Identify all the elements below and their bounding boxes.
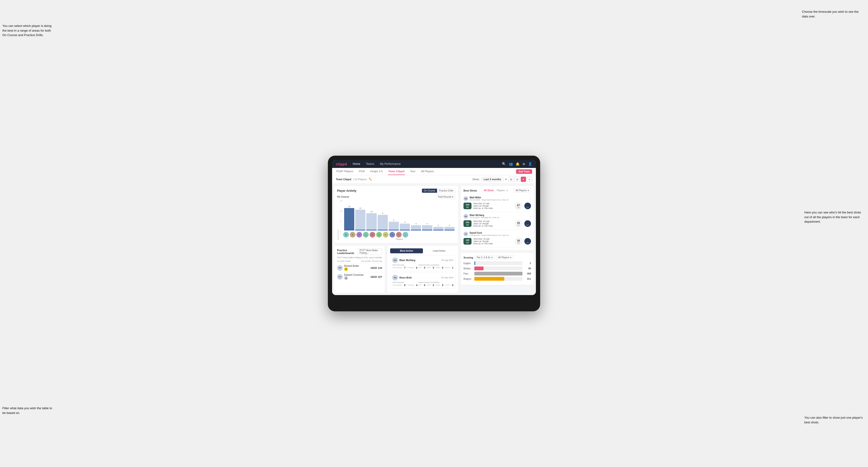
bar-value: 9 xyxy=(382,212,383,214)
shot-info: Shot Dist: 43 yds Start Lie: Rough End L… xyxy=(473,220,513,227)
player-avatar[interactable]: J xyxy=(363,232,369,238)
scoring-players-chevron-icon: ▾ xyxy=(510,256,512,259)
bar-group: 5 xyxy=(389,219,399,230)
practice-drills-toggle[interactable]: Practice Drills xyxy=(437,189,455,193)
bar[interactable] xyxy=(433,227,443,230)
tab-pga[interactable]: PGA xyxy=(359,168,365,175)
bar[interactable] xyxy=(355,210,365,230)
shot-zero-unit: yds xyxy=(526,224,529,226)
bar[interactable] xyxy=(400,224,410,230)
shot-player-name: Blair McHarg xyxy=(470,214,499,217)
arg-label: ARG xyxy=(436,284,440,286)
bar[interactable] xyxy=(444,227,455,230)
shot-chevron-icon[interactable]: › xyxy=(530,197,531,200)
shot-player-info: Matt Miller 09 Jun 2023 · Royal North De… xyxy=(470,196,508,201)
shot-detail-row: 200SG Shot Dist: 67 yds Start Lie: Rough… xyxy=(464,202,531,210)
all-players-chevron-icon: ▾ xyxy=(528,189,529,192)
practice-title: Practice Leaderboards xyxy=(337,249,357,254)
plus-icon[interactable]: ⊕ xyxy=(522,162,525,166)
bar-group: 3 xyxy=(422,223,432,230)
bar-group: 13 xyxy=(344,206,354,230)
add-team-button[interactable]: Add Team xyxy=(516,169,532,174)
scoring-par-label: Par 3, 4 & 5s xyxy=(477,256,490,259)
nav-my-performance[interactable]: My Performance xyxy=(379,162,402,166)
show-value[interactable]: Last 3 months xyxy=(482,177,503,181)
bar[interactable] xyxy=(389,222,399,230)
player-avatar[interactable]: D xyxy=(356,232,362,238)
bar[interactable] xyxy=(344,208,354,230)
player-avatar[interactable]: O xyxy=(376,232,382,238)
shot-chevron-icon[interactable]: › xyxy=(530,232,531,236)
tab-hcaps[interactable]: Hcaps 1-5 xyxy=(370,168,383,175)
player-avatar[interactable]: E xyxy=(396,232,402,238)
scoring-par-dropdown[interactable]: Par 3, 4 & 5s ▾ xyxy=(474,255,495,259)
shot-cards: MM Matt Miller 09 Jun 2023 · Royal North… xyxy=(464,194,531,247)
bell-icon[interactable]: 🔔 xyxy=(516,162,520,166)
scoring-players-dropdown[interactable]: All Players ▾ xyxy=(496,255,514,259)
y-axis-label: Total Rounds xyxy=(337,200,339,240)
y-label-0: 0 xyxy=(340,231,342,233)
scoring-bar xyxy=(474,267,484,270)
shot-badge: 200SG xyxy=(464,220,471,227)
bar[interactable] xyxy=(378,215,388,230)
active-tournament-val: 7 xyxy=(404,267,405,269)
search-icon[interactable]: 🔍 xyxy=(502,162,506,166)
players-shots-tab[interactable]: Players xyxy=(496,189,505,192)
view-grid3-icon[interactable]: ⊟ xyxy=(515,177,520,182)
chart-filter-dropdown[interactable]: Total Rounds ▾ xyxy=(436,195,456,199)
arg-val: 0 xyxy=(442,267,443,269)
shot-detail-row: 200SG Shot Dist: 43 yds Start Lie: Rough… xyxy=(464,220,531,228)
annotation-bottom-left: Filter what data you wish the table to b… xyxy=(2,406,54,415)
practice-dropdown[interactable]: PUTT Must Make Putting... xyxy=(357,248,382,255)
bar-value: 10 xyxy=(370,211,372,213)
nav-home[interactable]: Home xyxy=(352,162,361,166)
scoring-bar xyxy=(474,277,504,281)
player-avatar[interactable]: B xyxy=(343,232,349,238)
bar-value: 4 xyxy=(404,221,405,223)
right-panel: Best Shots All Shots Players ▾ All Playe… xyxy=(460,184,536,295)
on-course-toggle[interactable]: On Course xyxy=(422,189,437,193)
shot-stat-num: 43 xyxy=(517,221,520,224)
least-active-tab[interactable]: Least Active xyxy=(423,248,456,253)
view-heart-icon[interactable]: ♥ xyxy=(521,177,526,182)
player-avatar[interactable]: R xyxy=(350,232,355,238)
view-list-icon[interactable]: ≡ xyxy=(527,177,532,182)
tab-pgat-players[interactable]: PGAT Players xyxy=(336,168,354,175)
bar[interactable] xyxy=(422,225,432,230)
bar-group: 2 xyxy=(444,224,455,230)
player-avatars-row: BRDJEORMEL xyxy=(343,232,456,238)
shot-zero-num: 0 xyxy=(527,239,528,242)
scoring-title: Scoring xyxy=(464,256,473,259)
active-player-header: BM Blair McHarg 26 Aug 2023 xyxy=(392,257,453,263)
nav-teams[interactable]: Teams xyxy=(365,162,375,166)
tab-all-players[interactable]: All Players xyxy=(421,168,434,175)
shot-card: BM Blair McHarg 23 Jul 2023 · Ashridge G… xyxy=(464,212,531,230)
player-avatar[interactable]: M xyxy=(390,232,395,238)
scoring-bar-container xyxy=(474,261,522,265)
tab-tour[interactable]: Tour xyxy=(410,168,416,175)
most-active-tab[interactable]: Most Active xyxy=(390,248,423,253)
user-icon[interactable]: 👤 xyxy=(528,162,532,166)
players-x-label: Players xyxy=(343,238,456,240)
player-avatar[interactable]: E xyxy=(370,232,375,238)
bar[interactable] xyxy=(411,225,421,230)
bar-value: 13 xyxy=(348,206,350,208)
bar[interactable] xyxy=(366,213,376,230)
tab-team-clippd[interactable]: Team Clippd xyxy=(388,168,405,175)
tablet-frame: clippd Home Teams My Performance 🔍 👥 🔔 ⊕… xyxy=(328,156,540,311)
gtt-val: 0 xyxy=(424,284,426,286)
all-shots-tab[interactable]: All Shots xyxy=(483,189,495,192)
users-icon[interactable]: 👥 xyxy=(509,162,513,166)
edit-icon[interactable]: ✏️ xyxy=(369,178,372,181)
player-avatar[interactable]: L xyxy=(403,232,408,238)
practice-player-info: RB Richard Butler 1 xyxy=(337,264,369,271)
all-players-dropdown[interactable]: All Players ▾ xyxy=(514,188,531,192)
player-avatar[interactable]: R xyxy=(383,232,389,238)
practice-player-name-block: Edward Crossman 2 xyxy=(344,274,364,280)
shot-player-name: Matt Miller xyxy=(470,196,508,199)
view-grid2-icon[interactable]: ⊞ xyxy=(508,177,514,182)
active-players: BM Blair McHarg 26 Aug 2023 Total Rounds… xyxy=(390,255,456,289)
active-player-header: RB Rees Britt 02 Sep 2023 xyxy=(392,275,453,280)
app-label: APP xyxy=(427,267,431,269)
shot-chevron-icon[interactable]: › xyxy=(530,214,531,218)
